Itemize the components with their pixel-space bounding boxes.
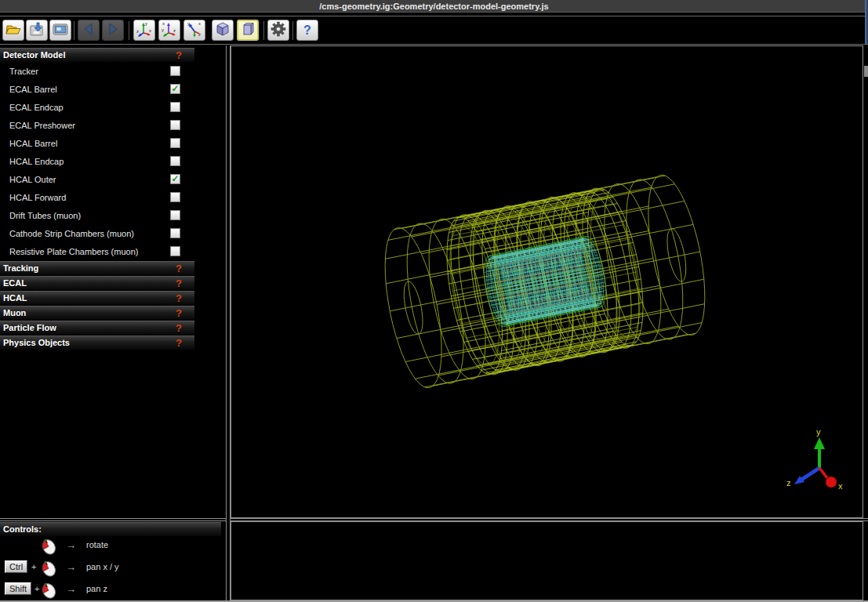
help-button[interactable]: ?	[296, 20, 318, 41]
hcal-outer-mid-inner	[450, 198, 640, 365]
title-bar: /cms-geometry.ig:Geometry/detector-model…	[0, 0, 868, 13]
save-icon	[28, 21, 45, 40]
forward-arrow-icon	[106, 22, 120, 39]
help-icon: ?	[303, 24, 311, 37]
list-item-ecal-preshower: ECAL Preshower	[0, 117, 194, 135]
plus-sign: +	[31, 562, 36, 571]
bottom-pane	[231, 521, 863, 600]
window-edge-strip	[865, 0, 868, 44]
svg-text:y: y	[187, 21, 190, 26]
svg-text:y: y	[162, 27, 164, 32]
viewport-3d: yzx	[231, 45, 863, 518]
settings-button[interactable]	[267, 20, 289, 41]
x-axis-label: x	[838, 481, 843, 491]
application-window: /cms-geometry.ig:Geometry/detector-model…	[0, 0, 868, 602]
axes-zx-icon: yzx	[136, 20, 153, 41]
checkbox-drift-tubes[interactable]	[170, 210, 180, 220]
list-item-cathode-strip-chambers: Cathode Strip Chambers (muon)	[0, 225, 194, 243]
z-axis-label: z	[786, 478, 791, 488]
checkbox-cathode-strip-chambers[interactable]	[170, 228, 180, 238]
help-question-icon[interactable]: ?	[176, 49, 182, 61]
shift-key: Shift	[5, 582, 31, 595]
list-item-hcal-barrel: HCAL Barrel	[0, 135, 194, 153]
help-question-icon[interactable]: ?	[176, 337, 182, 349]
checkbox-hcal-outer[interactable]: ✓	[170, 174, 180, 184]
list-item-ecal-endcap: ECAL Endcap	[0, 99, 194, 117]
maps-to-arrow: →	[66, 561, 76, 573]
open-file-button[interactable]	[2, 20, 24, 41]
help-question-icon[interactable]: ?	[176, 292, 182, 304]
checkbox-tracker[interactable]	[170, 66, 180, 76]
control-row-pan-xy: Ctrl + → pan x / y	[0, 558, 226, 578]
axis-view-2-button[interactable]: xyz	[158, 20, 180, 41]
help-question-icon[interactable]: ?	[176, 277, 182, 289]
svg-text:x: x	[198, 21, 201, 26]
checkbox-ecal-endcap[interactable]	[170, 102, 180, 112]
axis-view-3-button[interactable]: yxz	[183, 20, 205, 41]
checkbox-hcal-barrel[interactable]	[170, 138, 180, 148]
open-folder-icon	[5, 22, 22, 39]
checkbox-hcal-endcap[interactable]	[170, 156, 180, 166]
section-physics-objects[interactable]: Physics Objects ?	[0, 335, 194, 350]
mouse-icon	[39, 536, 58, 560]
image-icon	[52, 22, 69, 39]
control-row-pan-z: Shift + → pan z	[0, 580, 226, 600]
toolbar: yzx xyz yxz	[0, 16, 868, 45]
svg-text:z: z	[136, 29, 139, 34]
mouse-icon	[39, 558, 58, 582]
action-label: pan x / y	[86, 562, 119, 571]
help-question-icon[interactable]: ?	[176, 263, 182, 274]
list-item-ecal-barrel: ECAL Barrel ✓	[0, 81, 194, 99]
checkbox-resistive-plate-chambers[interactable]	[170, 246, 180, 256]
section-tracking[interactable]: Tracking ?	[0, 261, 194, 275]
ctrl-key: Ctrl	[5, 560, 27, 573]
checkbox-ecal-preshower[interactable]	[170, 120, 180, 130]
svg-text:y: y	[145, 21, 147, 26]
horizontal-splitter[interactable]	[0, 518, 868, 521]
controls-panel: Controls: → rotate Ctrl +	[0, 521, 226, 600]
previous-button[interactable]	[78, 20, 100, 41]
axes-xy-icon: yxz	[186, 20, 203, 41]
axis-view-1-button[interactable]: yzx	[133, 20, 155, 41]
section-muon[interactable]: Muon ?	[0, 306, 194, 320]
svg-text:z: z	[173, 28, 176, 33]
cube-orthographic-icon	[240, 21, 256, 40]
svg-text:x: x	[149, 28, 151, 33]
next-button[interactable]	[102, 20, 124, 41]
detector-3d-view[interactable]: yzx	[231, 46, 863, 517]
section-title: Detector Model	[3, 50, 65, 60]
section-ecal[interactable]: ECAL ?	[0, 276, 194, 290]
save-file-button[interactable]	[26, 20, 48, 41]
list-item-tracker: Tracker	[0, 63, 194, 81]
scrollbar-fragment	[864, 66, 868, 77]
list-item-resistive-plate-chambers: Resistive Plate Chambers (muon)	[0, 243, 194, 261]
vertical-splitter[interactable]	[226, 45, 231, 600]
section-detector-model[interactable]: Detector Model ?	[0, 48, 194, 62]
mouse-icon	[39, 580, 58, 602]
checkbox-hcal-forward[interactable]	[170, 192, 180, 202]
svg-text:z: z	[198, 32, 201, 37]
hcal-outer-mid-dense	[447, 189, 643, 374]
cube-perspective-icon	[215, 21, 231, 40]
window-title: /cms-geometry.ig:Geometry/detector-model…	[319, 2, 548, 11]
list-item-hcal-endcap: HCAL Endcap	[0, 153, 194, 171]
help-question-icon[interactable]: ?	[176, 322, 182, 334]
section-hcal[interactable]: HCAL ?	[0, 291, 194, 305]
perspective-view-button[interactable]	[212, 20, 234, 41]
axes-yz-icon: xyz	[161, 20, 178, 41]
list-item-drift-tubes: Drift Tubes (muon)	[0, 207, 194, 225]
checkbox-ecal-barrel[interactable]: ✓	[170, 84, 180, 94]
back-arrow-icon	[82, 22, 96, 39]
svg-text:x: x	[162, 21, 165, 26]
section-particle-flow[interactable]: Particle Flow ?	[0, 321, 194, 335]
list-item-hcal-forward: HCAL Forward	[0, 189, 194, 207]
axis-gizmo: yzx	[786, 427, 843, 491]
orthographic-view-button[interactable]	[237, 20, 259, 41]
control-row-rotate: → rotate	[0, 536, 226, 557]
action-label: pan z	[86, 584, 107, 593]
y-axis-label: y	[816, 427, 821, 437]
help-question-icon[interactable]: ?	[176, 307, 182, 319]
toolbar-separator	[292, 21, 293, 40]
screenshot-button[interactable]	[49, 20, 71, 41]
maps-to-arrow: →	[66, 583, 76, 595]
